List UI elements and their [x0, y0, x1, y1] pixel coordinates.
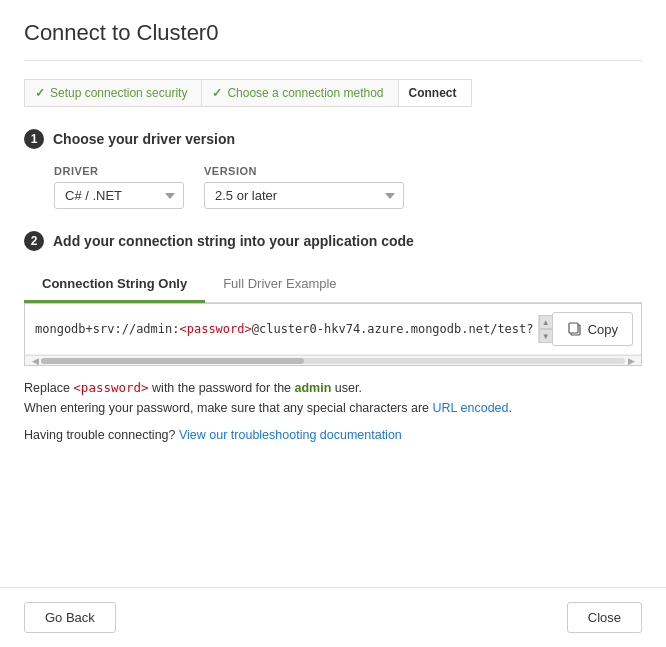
help-line2-suffix: .	[509, 401, 512, 415]
help-admin-label: admin	[295, 381, 332, 395]
checkmark-icon-2: ✓	[212, 86, 222, 100]
driver-label: DRIVER	[54, 165, 184, 177]
scroll-left-arrow[interactable]: ◀	[29, 356, 41, 366]
connection-string-password: <password>	[180, 322, 252, 336]
footer: Go Back Close	[0, 587, 666, 647]
copy-icon	[567, 321, 583, 337]
horizontal-scroll-indicator: ◀ ▶	[25, 355, 641, 365]
step-setup[interactable]: ✓ Setup connection security	[24, 79, 201, 107]
step-connect-label: Connect	[409, 86, 457, 100]
help-password-placeholder: <password>	[73, 380, 148, 395]
scroll-up-arrow[interactable]: ▲	[539, 315, 553, 329]
vertical-scrollbar: ▲ ▼	[538, 315, 552, 343]
version-select[interactable]: 2.5 or later 2.4 or earlier	[204, 182, 404, 209]
scroll-track-h	[41, 358, 625, 364]
help-line2-prefix: When entering your password, make sure t…	[24, 401, 433, 415]
go-back-button[interactable]: Go Back	[24, 602, 116, 633]
trouble-link-row: Having trouble connecting? View our trou…	[24, 428, 642, 442]
scroll-down-arrow[interactable]: ▼	[539, 329, 553, 343]
page-title: Connect to Cluster0	[24, 20, 642, 46]
section1-header: 1 Choose your driver version	[24, 129, 642, 149]
trouble-prefix: Having trouble connecting?	[24, 428, 179, 442]
help-line1-prefix: Replace	[24, 381, 73, 395]
svg-rect-1	[569, 323, 578, 333]
tab-full-driver-example[interactable]: Full Driver Example	[205, 267, 354, 303]
scroll-right-arrow[interactable]: ▶	[625, 356, 637, 366]
connection-string-box: mongodb+srv://admin:<password>@cluster0-…	[24, 303, 642, 366]
step-method[interactable]: ✓ Choose a connection method	[201, 79, 397, 107]
step-method-label: Choose a connection method	[227, 86, 383, 100]
connection-string-area: mongodb+srv://admin:<password>@cluster0-…	[25, 304, 641, 355]
connection-string-host: @cluster0-hkv74.azure.mongodb.net/test?	[252, 322, 534, 336]
title-divider	[24, 60, 642, 61]
tab-connection-string-only[interactable]: Connection String Only	[24, 267, 205, 303]
scroll-thumb-h	[41, 358, 304, 364]
breadcrumb-steps: ✓ Setup connection security ✓ Choose a c…	[24, 79, 642, 107]
version-field-group: VERSION 2.5 or later 2.4 or earlier	[204, 165, 404, 209]
copy-button[interactable]: Copy	[552, 312, 633, 346]
tab-bar: Connection String Only Full Driver Examp…	[24, 267, 642, 303]
help-line1-middle: with the password for the	[149, 381, 295, 395]
troubleshooting-link[interactable]: View our troubleshooting documentation	[179, 428, 402, 442]
checkmark-icon: ✓	[35, 86, 45, 100]
section1-badge: 1	[24, 129, 44, 149]
connection-string-content[interactable]: mongodb+srv://admin:<password>@cluster0-…	[25, 312, 538, 346]
driver-version-row: DRIVER C# / .NET Java Node.js Python Go …	[24, 165, 642, 209]
help-text: Replace <password> with the password for…	[24, 378, 642, 418]
step-setup-label: Setup connection security	[50, 86, 187, 100]
section2-badge: 2	[24, 231, 44, 251]
copy-button-label: Copy	[588, 322, 618, 337]
driver-field-group: DRIVER C# / .NET Java Node.js Python Go	[54, 165, 184, 209]
driver-select[interactable]: C# / .NET Java Node.js Python Go	[54, 182, 184, 209]
section1-title: Choose your driver version	[53, 131, 235, 147]
url-encoded-link[interactable]: URL encoded	[433, 401, 509, 415]
section2-header: 2 Add your connection string into your a…	[24, 231, 642, 251]
section2-title: Add your connection string into your app…	[53, 233, 414, 249]
help-line1-end: user.	[331, 381, 362, 395]
cs-text-wrapper: mongodb+srv://admin:<password>@cluster0-…	[25, 312, 538, 346]
connection-string-static: mongodb+srv://admin:	[35, 322, 180, 336]
close-button[interactable]: Close	[567, 602, 642, 633]
section2-container: 2 Add your connection string into your a…	[24, 231, 642, 462]
step-connect[interactable]: Connect	[398, 79, 472, 107]
version-label: VERSION	[204, 165, 404, 177]
main-page: Connect to Cluster0 ✓ Setup connection s…	[0, 0, 666, 647]
